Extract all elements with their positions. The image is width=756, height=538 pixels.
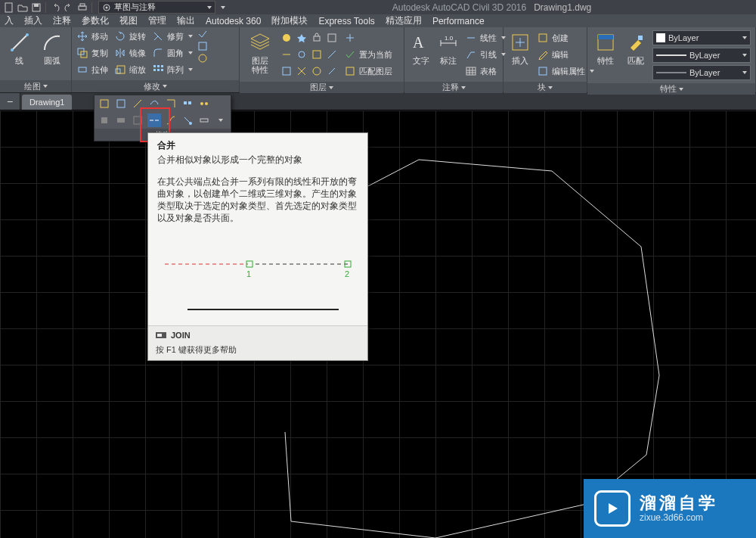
menu-item[interactable]: 插入 [24,14,42,27]
menu-item[interactable]: 注释 [53,14,71,27]
copy-button[interactable]: 复制 [75,45,110,61]
svg-rect-12 [79,67,86,72]
modify-misc-icon[interactable] [197,53,208,64]
scale-button[interactable]: 缩放 [113,62,147,77]
create-button[interactable]: 创建 [535,30,596,45]
layer-tool-icon[interactable] [280,48,293,61]
layer-tool-icon[interactable] [296,48,308,61]
watermark: 溜溜自学 zixue.3d66.com [584,479,756,538]
svg-rect-27 [313,51,321,58]
panel-title-draw[interactable]: 绘图 [0,80,71,92]
stretch-button[interactable]: 拉伸 [75,62,110,77]
menu-item[interactable]: Performance [432,16,485,26]
color-selector[interactable]: ByLayer [652,30,751,45]
app-title: Autodesk AutoCAD Civil 3D 2016 [392,2,526,13]
line-button[interactable]: 线 [5,30,34,65]
flyout-tool-icon[interactable] [114,97,128,110]
fillet-button[interactable]: 圆角 [150,45,194,61]
open-icon[interactable] [17,2,29,14]
command-icon [156,331,166,340]
menu-item[interactable]: 视图 [119,14,138,27]
flyout-tool-icon[interactable] [98,114,111,127]
flyout-tool-icon[interactable] [197,97,211,110]
layer-tool-icon[interactable] [326,48,338,61]
panel-title-layer[interactable]: 图层 [240,82,404,93]
move-icon [77,31,88,42]
panel-title-annotation[interactable]: 注释 [404,82,503,93]
layer-tool-icon[interactable] [279,30,339,45]
linear-button[interactable]: 线性 [463,30,507,45]
layer-properties-button[interactable]: 图层 特性 [244,30,276,74]
fillet-icon [153,48,163,58]
array-icon [153,64,163,75]
undo-icon[interactable] [49,2,61,14]
dimension-icon: 1.0 [438,33,458,52]
edit-button[interactable]: 编辑 [535,47,596,62]
workspace-selector[interactable]: 草图与注释 [98,1,215,14]
edit-attr-button[interactable]: 编辑属性 [535,64,596,79]
layer-tool-icon[interactable] [296,65,308,77]
menu-item[interactable]: 附加模块 [271,14,308,27]
rotate-button[interactable]: 旋转 [113,29,147,44]
flyout-tool-icon[interactable] [98,97,111,110]
print-icon[interactable] [76,2,88,14]
trim-button[interactable]: 修剪 [150,29,194,44]
match-layer-button[interactable]: 匹配图层 [342,64,394,79]
save-icon[interactable] [30,2,42,14]
flyout-tool-icon[interactable] [114,114,128,127]
svg-rect-50 [117,118,125,123]
svg-rect-17 [161,65,163,67]
quick-access-toolbar: 草图与注释 Autodesk AutoCAD Civil 3D 2016 Dra… [0,0,756,14]
properties-button[interactable]: 特性 [592,30,619,65]
panel-title-properties[interactable]: 特性 [587,83,755,95]
svg-rect-35 [539,34,547,42]
flyout-tool-icon[interactable] [181,97,194,110]
tabs-toggle-button[interactable]: − [0,93,20,110]
flyout-tool-icon[interactable] [197,114,211,127]
text-button[interactable]: A 文字 [409,30,433,65]
document-tab[interactable]: Drawing1 [22,95,72,110]
table-button[interactable]: 表格 [463,64,507,79]
svg-rect-64 [157,334,162,337]
new-icon[interactable] [3,2,15,14]
flyout-dropdown-icon[interactable] [214,114,228,127]
match-properties-button[interactable]: 匹配 [622,30,649,65]
layer-tool-icon[interactable] [311,48,323,61]
qat-dropdown-icon[interactable] [217,2,229,14]
dimension-button[interactable]: 1.0 标注 [436,30,460,65]
layer-tool-icon[interactable] [342,30,394,45]
svg-rect-19 [157,69,160,71]
layer-tool-icon[interactable] [280,65,293,77]
tooltip-body: 在其公共端点处合并一系列有限的线性和开放的弯曲对象，以创建单个二维或三维对象。产… [148,173,367,233]
svg-rect-28 [283,67,290,75]
leader-button[interactable]: 引线 [463,47,507,62]
watermark-url: zixue.3d66.com [640,512,718,523]
panel-title-block[interactable]: 块 [503,82,587,93]
array-button[interactable]: 阵列 [150,62,194,77]
set-current-button[interactable]: 置为当前 [342,47,394,62]
menu-item[interactable]: Express Tools [318,16,374,26]
menu-item[interactable]: 输出 [177,14,195,27]
lineweight-selector[interactable]: ByLayer [652,48,751,63]
modify-misc-icon[interactable] [197,29,208,39]
panel-title-modify[interactable]: 修改 [72,80,239,92]
svg-point-9 [26,33,29,36]
menu-item[interactable]: Autodesk 360 [206,16,261,26]
menu-item[interactable]: 精选应用 [386,14,422,27]
svg-text:A: A [413,34,424,51]
linetype-selector[interactable]: ByLayer [652,65,751,80]
arc-button[interactable]: 圆弧 [37,30,67,65]
redo-icon[interactable] [63,2,75,14]
tooltip-command: JOIN [171,331,191,340]
insert-button[interactable]: 插入 [508,30,532,65]
layer-tool-icon[interactable] [326,65,338,77]
menu-item[interactable]: 参数化 [82,14,109,27]
move-button[interactable]: 移动 [75,29,110,44]
mirror-button[interactable]: 镜像 [113,45,147,61]
flyout-tool-icon[interactable] [181,114,194,127]
layer-tool-icon[interactable] [311,65,323,77]
drawing-canvas[interactable]: /* lines drawn below via JS after data l… [0,110,756,538]
menu-item[interactable]: 入 [5,14,14,27]
menu-item[interactable]: 管理 [148,14,166,27]
modify-misc-icon[interactable] [197,41,208,51]
